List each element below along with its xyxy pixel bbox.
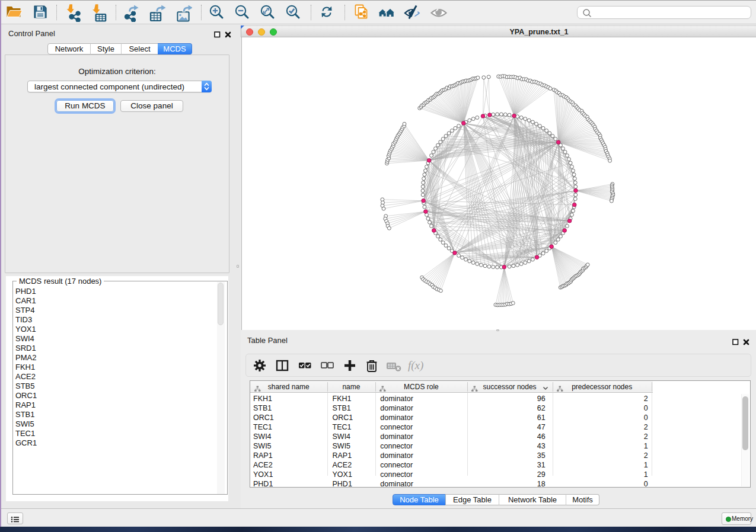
svg-text:f(x): f(x) <box>408 359 423 372</box>
